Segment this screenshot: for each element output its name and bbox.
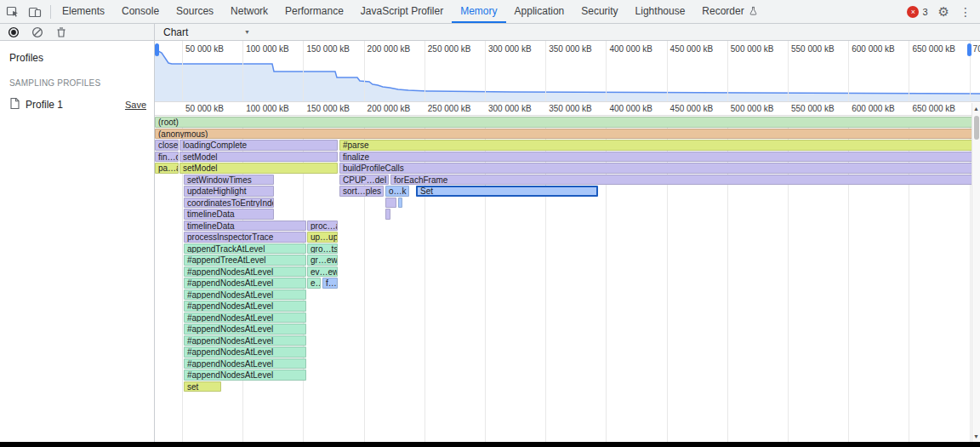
chevron-down-icon: ▼ (244, 29, 250, 35)
flame-frame[interactable]: setWindowTimes (184, 175, 274, 186)
flame-frame[interactable]: proc…ata (307, 221, 338, 232)
inspect-element-button[interactable] (2, 0, 24, 23)
flame-frame[interactable]: setModel (179, 163, 338, 174)
ruler-label: 350 000 kB (549, 44, 592, 54)
tab-recorder[interactable]: Recorder (693, 0, 766, 23)
tab-memory[interactable]: Memory (452, 0, 505, 23)
tab-application[interactable]: Application (506, 0, 573, 23)
ruler-label: 500 000 kB (731, 104, 774, 113)
flame-frame[interactable]: #parse (339, 140, 972, 151)
more-menu-icon[interactable]: ⋮ (960, 5, 971, 19)
scrollbar-thumb[interactable] (974, 116, 979, 140)
memory-panel-toolbar: Chart ▼ (0, 24, 980, 41)
scroll-down-button[interactable]: ▼ (972, 431, 980, 442)
tab-label: Memory (460, 5, 497, 17)
range-handle-left[interactable] (155, 43, 159, 56)
flame-frame[interactable]: appendTrackAtLevel (184, 244, 306, 255)
flame-frame[interactable]: processInspectorTrace (184, 232, 306, 243)
ruler-label: 700 000 kB (973, 44, 980, 54)
tab-console[interactable]: Console (113, 0, 168, 23)
flame-frame[interactable]: #appendNodesAtLevel (184, 278, 306, 289)
flame-frame[interactable]: updateHighlight (184, 186, 274, 197)
record-profile-button[interactable] (6, 25, 21, 40)
profiles-sidebar: Profiles SAMPLING PROFILES Profile 1 Sav… (0, 41, 155, 442)
vertical-scrollbar[interactable]: ▲ ▼ (971, 103, 980, 442)
flame-frame[interactable]: buildProfileCalls (339, 163, 972, 174)
flame-frame[interactable]: timelineData (184, 209, 274, 220)
chart-view-select[interactable]: Chart ▼ (155, 26, 250, 38)
gridline (545, 41, 546, 101)
timeline-ruler: 50 000 kB100 000 kB150 000 kB200 000 kB2… (155, 102, 980, 116)
flame-frame[interactable]: pa…at (155, 163, 179, 174)
flame-frame[interactable]: close (155, 140, 179, 151)
flame-frame[interactable]: #appendNodesAtLevel (184, 266, 306, 278)
ruler-label: 650 000 kB (912, 44, 955, 54)
flame-frame[interactable]: #appendTreeAtLevel (184, 255, 306, 266)
ruler-label: 300 000 kB (488, 44, 532, 54)
clear-profiles-button[interactable] (30, 25, 45, 40)
tab-javascript-profiler[interactable]: JavaScript Profiler (352, 0, 452, 23)
ruler-label: 600 000 kB (852, 44, 895, 54)
flame-frame[interactable]: finalize (339, 152, 972, 163)
flame-frame[interactable]: #appendNodesAtLevel (184, 301, 306, 312)
profile-item[interactable]: Profile 1 Save (0, 95, 154, 114)
flame-frame[interactable]: #appendNodesAtLevel (184, 370, 306, 381)
flame-frame[interactable]: ev…ew (307, 266, 338, 278)
flame-frame[interactable]: loadingComplete (179, 140, 338, 151)
device-toolbar-button[interactable] (24, 0, 46, 23)
tabbar-left-icons (0, 0, 48, 23)
flame-frame[interactable] (398, 198, 402, 209)
tab-elements[interactable]: Elements (54, 0, 113, 23)
gridline (364, 41, 365, 101)
gridline (485, 41, 486, 101)
flame-frame[interactable]: e… (307, 278, 321, 289)
flame-frame[interactable]: #appendNodesAtLevel (184, 347, 306, 358)
settings-gear-icon[interactable]: ⚙ (938, 4, 949, 20)
ruler-label: 550 000 kB (791, 44, 835, 54)
flame-frame[interactable]: #appendNodesAtLevel (184, 335, 306, 347)
flame-chart[interactable]: (root)(anonymous)closeloadingComplete#pa… (155, 117, 980, 442)
flame-frame[interactable]: coordinatesToEntryIndex (184, 198, 274, 209)
flame-frame[interactable]: #appendNodesAtLevel (184, 289, 306, 301)
flame-frame[interactable]: set (184, 381, 221, 393)
flame-frame[interactable]: sort…ples (339, 186, 384, 197)
sidebar-title: Profiles (0, 41, 154, 64)
flame-frame[interactable]: fin…ce (155, 152, 179, 163)
flame-frame[interactable]: gr…ew (307, 255, 338, 266)
tab-sources[interactable]: Sources (168, 0, 222, 23)
flame-frame[interactable] (385, 198, 396, 209)
gridline (909, 41, 909, 101)
flame-frame[interactable]: #appendNodesAtLevel (184, 358, 306, 370)
experiment-flask-icon (749, 6, 758, 16)
tab-label: Performance (285, 5, 344, 17)
flame-frame[interactable]: #appendNodesAtLevel (184, 324, 306, 335)
tab-lighthouse[interactable]: Lighthouse (627, 0, 694, 23)
flame-frame[interactable]: (anonymous) (155, 129, 972, 140)
flame-frame[interactable]: setModel (179, 152, 338, 163)
tab-network[interactable]: Network (222, 0, 276, 23)
bottom-bar (0, 442, 980, 447)
gridline (606, 41, 607, 101)
memory-overview[interactable]: 50 000 kB100 000 kB150 000 kB200 000 kB2… (155, 41, 980, 102)
ruler-label: 400 000 kB (609, 44, 652, 54)
flame-frame-selected[interactable]: Set (416, 186, 598, 197)
flame-frame[interactable]: o…k (385, 186, 409, 197)
delete-profile-button[interactable] (54, 25, 69, 40)
flame-frame[interactable]: up…up (307, 232, 338, 243)
range-handle-right[interactable] (967, 43, 971, 56)
gridline (303, 41, 304, 101)
flame-frame[interactable]: timelineData (184, 221, 306, 232)
flame-frame[interactable]: f…r (322, 278, 338, 289)
save-profile-link[interactable]: Save (125, 100, 146, 110)
flame-frame[interactable]: (root) (155, 117, 972, 128)
tab-label: Elements (62, 5, 105, 17)
error-badge[interactable]: × 3 (907, 6, 927, 18)
flame-frame[interactable]: gro…ts (307, 244, 338, 255)
tab-performance[interactable]: Performance (276, 0, 352, 23)
flame-frame[interactable]: forEachFrame (390, 175, 972, 186)
flame-frame[interactable] (385, 209, 390, 220)
scroll-up-button[interactable]: ▲ (972, 103, 980, 114)
flame-frame[interactable]: #appendNodesAtLevel (184, 312, 306, 324)
tab-security[interactable]: Security (573, 0, 626, 23)
flame-frame[interactable]: CPUP…del (339, 175, 389, 186)
